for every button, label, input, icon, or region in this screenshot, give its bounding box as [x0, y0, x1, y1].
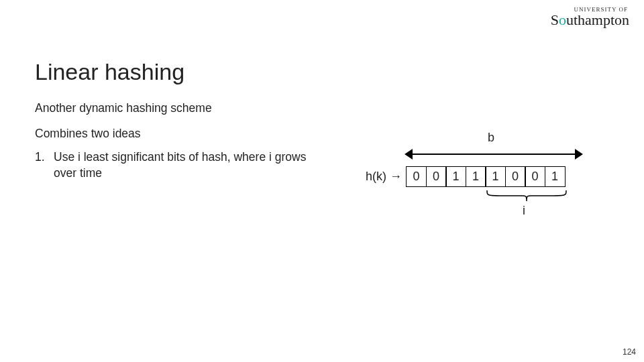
b-double-arrow	[406, 147, 582, 161]
logo-name-rest: uthampton	[566, 11, 629, 28]
arrow-left-head	[405, 149, 413, 160]
arrow-line	[410, 154, 578, 155]
slide-number: 124	[623, 347, 636, 357]
bit-cell: 1	[545, 166, 566, 187]
bit-cell: 1	[466, 166, 486, 187]
b-label: b	[488, 131, 494, 145]
body-line2: Combines two ideas	[35, 126, 323, 142]
i-brace	[486, 189, 568, 202]
body-text: Another dynamic hashing scheme Combines …	[35, 101, 323, 182]
hash-diagram: b h(k) → 0 0 1 1 1 0 0 1 i	[362, 127, 617, 248]
bit-cell: 1	[485, 166, 506, 187]
arrow-right-head	[575, 149, 583, 160]
bit-cell: 0	[525, 166, 545, 187]
body-line1: Another dynamic hashing scheme	[35, 101, 323, 117]
bit-cell: 0	[426, 166, 447, 187]
bit-cell: 1	[445, 166, 466, 187]
university-logo: UNIVERSITY OF Southampton	[551, 7, 629, 27]
logo-main-text: Southampton	[551, 13, 629, 27]
body-list-item-1: 1. Use i least significant bits of hash,…	[35, 149, 323, 181]
i-label: i	[523, 204, 525, 218]
hk-label: h(k) →	[366, 170, 402, 184]
slide-title: Linear hashing	[35, 59, 184, 85]
logo-accent-dot: o	[559, 11, 566, 28]
bit-cell: 0	[505, 166, 526, 187]
bit-cell: 0	[406, 166, 427, 187]
list-number: 1.	[35, 149, 54, 181]
logo-name-prefix: S	[551, 11, 559, 28]
list-text: Use i least significant bits of hash, wh…	[54, 149, 323, 181]
bit-row: 0 0 1 1 1 0 0 1	[406, 166, 566, 187]
